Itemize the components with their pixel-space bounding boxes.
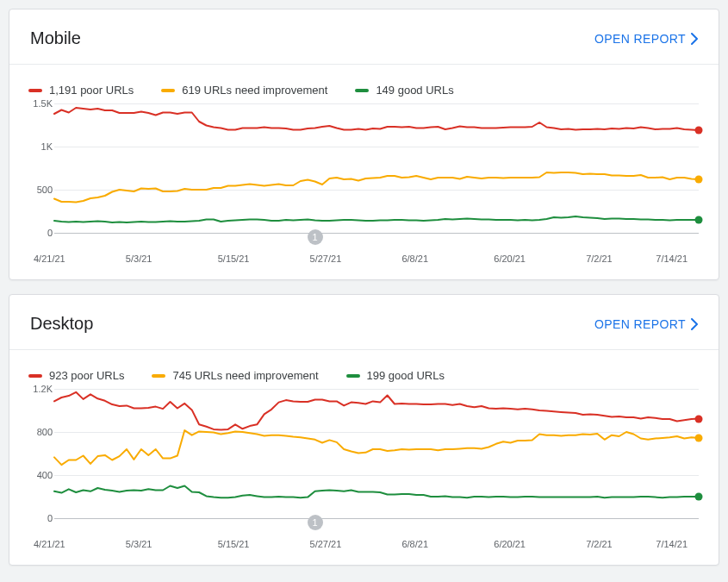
card-header: Desktop OPEN REPORT (9, 295, 719, 349)
y-tick: 0 (30, 513, 53, 523)
series-end-dot-poor (695, 126, 703, 134)
legend-label-poor: 923 poor URLs (49, 369, 124, 382)
x-tick: 4/21/21 (34, 539, 65, 549)
legend-dash-good (355, 89, 369, 92)
x-tick: 7/2/21 (586, 539, 613, 549)
series-end-dot-good (695, 216, 703, 224)
desktop-card: Desktop OPEN REPORT 923 poor URLs 745 UR… (9, 294, 719, 566)
series-line-need (54, 430, 699, 465)
card-header: Mobile OPEN REPORT (9, 9, 719, 64)
x-tick: 5/27/21 (310, 539, 342, 549)
legend-dash-need (152, 374, 165, 378)
y-tick: 1.5K (30, 98, 53, 109)
chevron-right-icon (691, 318, 698, 330)
legend-item-need: 745 URLs need improvement (152, 369, 318, 382)
x-ticks: 4/21/215/3/215/15/215/27/216/8/216/20/21… (34, 247, 719, 267)
series-line-good (54, 216, 699, 222)
y-tick: 400 (30, 470, 53, 480)
open-report-link[interactable]: OPEN REPORT (594, 317, 698, 331)
card-title: Desktop (30, 314, 93, 334)
x-tick: 6/8/21 (401, 253, 428, 264)
series-end-dot-good (695, 493, 703, 501)
legend-label-poor: 1,191 poor URLs (49, 84, 134, 97)
legend: 1,191 poor URLs 619 URLs need improvemen… (9, 65, 719, 103)
chart-area: 05001K1.5K1 (30, 103, 699, 233)
series-line-poor (54, 392, 699, 430)
open-report-label: OPEN REPORT (594, 317, 686, 331)
legend-label-need: 619 URLs need improvement (182, 84, 327, 97)
legend-dash-poor (28, 374, 42, 378)
plot (54, 389, 699, 518)
legend-label-need: 745 URLs need improvement (172, 369, 318, 382)
mobile-card: Mobile OPEN REPORT 1,191 poor URLs 619 U… (9, 9, 719, 280)
chart-desktop: 04008001.2K1 4/21/215/3/215/15/215/27/21… (9, 389, 719, 565)
y-tick: 500 (30, 185, 53, 195)
y-tick: 1.2K (30, 384, 53, 394)
legend-dash-need (161, 89, 175, 92)
series-line-poor (54, 108, 699, 130)
gridline (54, 518, 699, 519)
chevron-right-icon (691, 33, 698, 45)
series-line-good (54, 486, 699, 498)
card-title: Mobile (30, 28, 81, 48)
y-tick: 1K (30, 141, 53, 152)
legend-item-poor: 923 poor URLs (28, 369, 124, 382)
x-ticks: 4/21/215/3/215/15/215/27/216/8/216/20/21… (34, 532, 719, 553)
open-report-label: OPEN REPORT (594, 32, 686, 46)
x-tick: 6/8/21 (401, 539, 428, 549)
x-tick: 6/20/21 (494, 539, 526, 549)
event-marker[interactable]: 1 (308, 515, 323, 530)
x-tick: 5/27/21 (310, 253, 342, 264)
series-end-dot-need (695, 176, 703, 184)
x-tick: 5/3/21 (126, 253, 152, 264)
x-tick: 7/2/21 (586, 253, 613, 264)
legend-dash-good (346, 374, 360, 378)
x-tick: 7/14/21 (656, 253, 688, 264)
event-marker[interactable]: 1 (308, 229, 323, 245)
legend-item-poor: 1,191 poor URLs (28, 84, 134, 97)
chart-area: 04008001.2K1 (30, 389, 699, 518)
legend-dash-poor (28, 89, 42, 92)
legend-label-good: 199 good URLs (367, 369, 445, 382)
open-report-link[interactable]: OPEN REPORT (594, 32, 698, 46)
legend: 923 poor URLs 745 URLs need improvement … (9, 350, 719, 389)
x-tick: 5/3/21 (126, 539, 152, 549)
gridline (54, 233, 699, 234)
series-end-dot-poor (695, 415, 703, 422)
series-end-dot-need (695, 434, 703, 441)
y-tick: 0 (30, 228, 53, 238)
x-tick: 7/14/21 (656, 539, 688, 549)
chart-mobile: 05001K1.5K1 4/21/215/3/215/15/215/27/216… (9, 103, 719, 279)
legend-item-good: 199 good URLs (346, 369, 445, 382)
series-line-need (54, 172, 699, 203)
x-tick: 5/15/21 (218, 253, 250, 264)
y-tick: 800 (30, 427, 53, 437)
plot (54, 103, 699, 233)
legend-label-good: 149 good URLs (376, 84, 453, 97)
legend-item-need: 619 URLs need improvement (161, 84, 327, 97)
x-tick: 5/15/21 (218, 539, 250, 549)
x-tick: 6/20/21 (494, 253, 526, 264)
x-tick: 4/21/21 (34, 253, 65, 264)
legend-item-good: 149 good URLs (355, 84, 453, 97)
